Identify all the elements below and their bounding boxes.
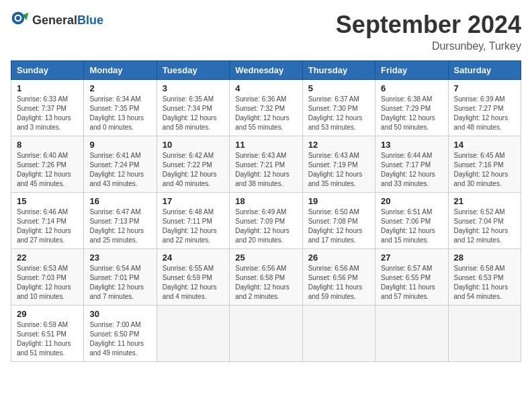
- day-number: 15: [17, 196, 78, 206]
- day-number: 9: [89, 140, 150, 150]
- calendar-cell: 14Sunrise: 6:45 AMSunset: 7:16 PMDayligh…: [448, 136, 521, 193]
- cell-content: Sunrise: 6:51 AMSunset: 7:06 PMDaylight:…: [381, 208, 442, 245]
- calendar-cell: 10Sunrise: 6:42 AMSunset: 7:22 PMDayligh…: [157, 136, 229, 193]
- day-number: 24: [163, 253, 224, 263]
- title-section: September 2024 Dursunbey, Turkey: [336, 11, 521, 52]
- calendar-week-row: 15Sunrise: 6:46 AMSunset: 7:14 PMDayligh…: [11, 193, 521, 249]
- calendar-header-row: SundayMondayTuesdayWednesdayThursdayFrid…: [11, 61, 521, 80]
- svg-point-2: [16, 16, 20, 20]
- cell-content: Sunrise: 6:50 AMSunset: 7:08 PMDaylight:…: [308, 208, 369, 245]
- calendar-cell: [302, 306, 375, 362]
- cell-content: Sunrise: 6:47 AMSunset: 7:13 PMDaylight:…: [89, 208, 150, 245]
- col-header-saturday: Saturday: [448, 61, 521, 80]
- calendar-table: SundayMondayTuesdayWednesdayThursdayFrid…: [11, 60, 521, 362]
- cell-content: Sunrise: 6:59 AMSunset: 6:51 PMDaylight:…: [17, 320, 78, 358]
- cell-content: Sunrise: 6:54 AMSunset: 7:01 PMDaylight:…: [89, 264, 150, 302]
- calendar-week-row: 22Sunrise: 6:53 AMSunset: 7:03 PMDayligh…: [11, 249, 521, 306]
- calendar-cell: 13Sunrise: 6:44 AMSunset: 7:17 PMDayligh…: [375, 136, 448, 193]
- calendar-cell: 27Sunrise: 6:57 AMSunset: 6:55 PMDayligh…: [375, 249, 448, 306]
- cell-content: Sunrise: 6:33 AMSunset: 7:37 PMDaylight:…: [17, 95, 78, 132]
- calendar-cell: 6Sunrise: 6:38 AMSunset: 7:29 PMDaylight…: [375, 80, 448, 136]
- logo-blue: Blue: [77, 13, 103, 28]
- cell-content: Sunrise: 6:57 AMSunset: 6:55 PMDaylight:…: [381, 264, 442, 302]
- logo-icon: [11, 11, 30, 30]
- cell-content: Sunrise: 6:42 AMSunset: 7:22 PMDaylight:…: [163, 151, 224, 189]
- day-number: 2: [89, 83, 150, 93]
- calendar-week-row: 29Sunrise: 6:59 AMSunset: 6:51 PMDayligh…: [11, 306, 521, 362]
- col-header-thursday: Thursday: [302, 61, 375, 80]
- day-number: 30: [89, 309, 150, 319]
- col-header-wednesday: Wednesday: [230, 61, 302, 80]
- col-header-friday: Friday: [375, 61, 448, 80]
- day-number: 8: [17, 140, 78, 150]
- cell-content: Sunrise: 6:43 AMSunset: 7:21 PMDaylight:…: [235, 151, 296, 189]
- day-number: 27: [381, 253, 442, 263]
- cell-content: Sunrise: 7:00 AMSunset: 6:50 PMDaylight:…: [89, 320, 150, 358]
- day-number: 14: [454, 140, 515, 150]
- calendar-cell: [448, 306, 521, 362]
- calendar-cell: 19Sunrise: 6:50 AMSunset: 7:08 PMDayligh…: [302, 193, 375, 249]
- day-number: 7: [454, 83, 515, 93]
- calendar-cell: 28Sunrise: 6:58 AMSunset: 6:53 PMDayligh…: [448, 249, 521, 306]
- cell-content: Sunrise: 6:56 AMSunset: 6:58 PMDaylight:…: [235, 264, 296, 302]
- calendar-cell: 12Sunrise: 6:43 AMSunset: 7:19 PMDayligh…: [302, 136, 375, 193]
- cell-content: Sunrise: 6:41 AMSunset: 7:24 PMDaylight:…: [89, 151, 150, 189]
- cell-content: Sunrise: 6:39 AMSunset: 7:27 PMDaylight:…: [454, 95, 515, 132]
- calendar-cell: 11Sunrise: 6:43 AMSunset: 7:21 PMDayligh…: [230, 136, 302, 193]
- day-number: 26: [308, 253, 369, 263]
- day-number: 20: [381, 196, 442, 206]
- cell-content: Sunrise: 6:49 AMSunset: 7:09 PMDaylight:…: [235, 208, 296, 245]
- calendar-cell: [157, 306, 229, 362]
- cell-content: Sunrise: 6:35 AMSunset: 7:34 PMDaylight:…: [163, 95, 224, 132]
- col-header-monday: Monday: [84, 61, 157, 80]
- day-number: 1: [17, 83, 78, 93]
- cell-content: Sunrise: 6:55 AMSunset: 6:59 PMDaylight:…: [163, 264, 224, 302]
- page-header: General Blue September 2024 Dursunbey, T…: [11, 11, 521, 52]
- col-header-tuesday: Tuesday: [157, 61, 229, 80]
- calendar-cell: 24Sunrise: 6:55 AMSunset: 6:59 PMDayligh…: [157, 249, 229, 306]
- calendar-cell: 30Sunrise: 7:00 AMSunset: 6:50 PMDayligh…: [84, 306, 157, 362]
- calendar-cell: 18Sunrise: 6:49 AMSunset: 7:09 PMDayligh…: [230, 193, 302, 249]
- day-number: 19: [308, 196, 369, 206]
- calendar-cell: 4Sunrise: 6:36 AMSunset: 7:32 PMDaylight…: [230, 80, 302, 136]
- calendar-cell: 9Sunrise: 6:41 AMSunset: 7:24 PMDaylight…: [84, 136, 157, 193]
- cell-content: Sunrise: 6:38 AMSunset: 7:29 PMDaylight:…: [381, 95, 442, 132]
- cell-content: Sunrise: 6:43 AMSunset: 7:19 PMDaylight:…: [308, 151, 369, 189]
- calendar-cell: [375, 306, 448, 362]
- calendar-cell: 5Sunrise: 6:37 AMSunset: 7:30 PMDaylight…: [302, 80, 375, 136]
- calendar-cell: 7Sunrise: 6:39 AMSunset: 7:27 PMDaylight…: [448, 80, 521, 136]
- day-number: 5: [308, 83, 369, 93]
- calendar-cell: 26Sunrise: 6:56 AMSunset: 6:56 PMDayligh…: [302, 249, 375, 306]
- calendar-cell: 22Sunrise: 6:53 AMSunset: 7:03 PMDayligh…: [11, 249, 84, 306]
- calendar-cell: 23Sunrise: 6:54 AMSunset: 7:01 PMDayligh…: [84, 249, 157, 306]
- day-number: 25: [235, 253, 296, 263]
- cell-content: Sunrise: 6:53 AMSunset: 7:03 PMDaylight:…: [17, 264, 78, 302]
- calendar-cell: 25Sunrise: 6:56 AMSunset: 6:58 PMDayligh…: [230, 249, 302, 306]
- calendar-cell: [230, 306, 302, 362]
- day-number: 6: [381, 83, 442, 93]
- cell-content: Sunrise: 6:46 AMSunset: 7:14 PMDaylight:…: [17, 208, 78, 245]
- cell-content: Sunrise: 6:36 AMSunset: 7:32 PMDaylight:…: [235, 95, 296, 132]
- day-number: 28: [454, 253, 515, 263]
- cell-content: Sunrise: 6:56 AMSunset: 6:56 PMDaylight:…: [308, 264, 369, 302]
- calendar-cell: 29Sunrise: 6:59 AMSunset: 6:51 PMDayligh…: [11, 306, 84, 362]
- cell-content: Sunrise: 6:34 AMSunset: 7:35 PMDaylight:…: [89, 95, 150, 132]
- day-number: 3: [163, 83, 224, 93]
- day-number: 11: [235, 140, 296, 150]
- location-subtitle: Dursunbey, Turkey: [336, 40, 521, 52]
- day-number: 16: [89, 196, 150, 206]
- logo-text-container: General Blue: [32, 13, 103, 28]
- calendar-cell: 8Sunrise: 6:40 AMSunset: 7:26 PMDaylight…: [11, 136, 84, 193]
- day-number: 22: [17, 253, 78, 263]
- day-number: 13: [381, 140, 442, 150]
- col-header-sunday: Sunday: [11, 61, 84, 80]
- day-number: 12: [308, 140, 369, 150]
- day-number: 17: [163, 196, 224, 206]
- cell-content: Sunrise: 6:37 AMSunset: 7:30 PMDaylight:…: [308, 95, 369, 132]
- calendar-week-row: 1Sunrise: 6:33 AMSunset: 7:37 PMDaylight…: [11, 80, 521, 136]
- calendar-cell: 2Sunrise: 6:34 AMSunset: 7:35 PMDaylight…: [84, 80, 157, 136]
- calendar-cell: 15Sunrise: 6:46 AMSunset: 7:14 PMDayligh…: [11, 193, 84, 249]
- day-number: 4: [235, 83, 296, 93]
- calendar-cell: 3Sunrise: 6:35 AMSunset: 7:34 PMDaylight…: [157, 80, 229, 136]
- day-number: 29: [17, 309, 78, 319]
